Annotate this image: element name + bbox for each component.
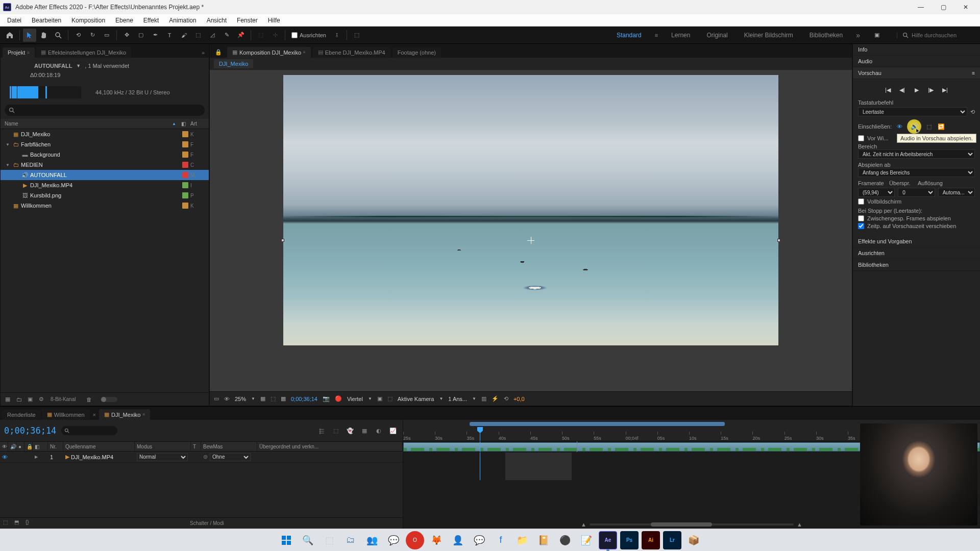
col-parent[interactable]: Übergeordnet und verkn...: [257, 442, 403, 451]
workspace-overflow[interactable]: »: [856, 31, 860, 39]
snap-options-icon[interactable]: ⫱: [330, 29, 344, 42]
layer-tab[interactable]: ▤Ebene DJI_Mexiko.MP4: [313, 47, 390, 58]
project-item[interactable]: ▼🗀MEDIENC: [1, 160, 209, 170]
workspace-standard[interactable]: Standard: [614, 30, 645, 41]
project-item[interactable]: ▬BackgroundF: [1, 149, 209, 160]
menu-animation[interactable]: Animation: [164, 15, 201, 26]
footage-tab[interactable]: Footage (ohne): [393, 47, 441, 58]
current-time[interactable]: 0;00;36;14: [291, 396, 317, 402]
anchor-tool[interactable]: ✥: [120, 29, 133, 42]
col-source[interactable]: Quellenname: [63, 442, 135, 451]
col-solo[interactable]: ●: [16, 442, 24, 451]
taskbar-messenger[interactable]: 💬: [470, 531, 488, 549]
panel-overflow-icon[interactable]: »: [200, 47, 207, 58]
composition-viewer[interactable]: [210, 70, 852, 391]
col-label[interactable]: ◧: [178, 121, 188, 127]
transparency-grid-icon[interactable]: ▩: [281, 395, 286, 402]
comp-timeline-tab[interactable]: ▦DJI_Mexiko≡: [99, 409, 150, 420]
taskbar-teams[interactable]: 👥: [363, 531, 381, 549]
label-swatch[interactable]: [182, 141, 188, 147]
label-swatch[interactable]: [182, 172, 188, 178]
taskbar-facebook[interactable]: f: [492, 531, 510, 549]
new-comp-icon[interactable]: ▣: [26, 395, 34, 404]
render-queue-tab[interactable]: Renderliste: [2, 410, 41, 420]
close-button[interactable]: ✕: [954, 0, 977, 14]
roi-icon[interactable]: ⬚: [271, 395, 276, 402]
menu-window[interactable]: Fenster: [232, 15, 263, 26]
label-swatch[interactable]: [182, 203, 188, 209]
menu-effect[interactable]: Effekt: [138, 15, 164, 26]
shape-tool[interactable]: ▢: [134, 29, 148, 42]
menu-composition[interactable]: Komposition: [66, 15, 110, 26]
include-video-icon[interactable]: 👁: [895, 122, 904, 131]
taskbar-app-4[interactable]: 📦: [684, 531, 703, 549]
help-search[interactable]: [897, 32, 973, 38]
zoom-in-icon[interactable]: ▲: [797, 521, 802, 528]
timeline-timecode[interactable]: 0;00;36;14: [4, 425, 56, 436]
taskbar-notepad[interactable]: 📝: [577, 531, 596, 549]
play-button[interactable]: ▶: [912, 85, 921, 94]
welcome-tab[interactable]: ▦Willkommen: [42, 409, 90, 420]
axis-icon[interactable]: ⊹: [268, 29, 282, 42]
timeline-sync-icon[interactable]: ⟲: [504, 395, 508, 402]
workspace-default[interactable]: Original: [703, 30, 730, 41]
start-button[interactable]: [277, 531, 296, 549]
reset-shortcut-icon[interactable]: ⟲: [970, 109, 975, 115]
menu-edit[interactable]: Bearbeiten: [27, 15, 66, 26]
interpret-footage-icon[interactable]: ▦: [4, 395, 12, 404]
effect-controls-tab[interactable]: ▦Effekteinstellungen DJI_Mexiko: [36, 47, 131, 58]
preview-panel-header[interactable]: Vorschau≡: [853, 67, 980, 79]
project-item[interactable]: 🖼Kursbild.pngP: [1, 190, 209, 201]
zoom-level[interactable]: 25%: [235, 396, 246, 402]
asset-dropdown-icon[interactable]: ▼: [76, 63, 81, 68]
color-depth[interactable]: 8-Bit-Kanal: [51, 396, 76, 402]
workspace-learn[interactable]: Lernen: [668, 30, 693, 41]
minimize-button[interactable]: —: [910, 0, 932, 14]
help-search-input[interactable]: [912, 32, 973, 38]
transform-handle[interactable]: [777, 239, 780, 242]
toggle-in-out-icon[interactable]: {}: [26, 519, 34, 528]
3d-view-icon[interactable]: ⬚: [387, 395, 393, 402]
menu-view[interactable]: Ansicht: [202, 15, 232, 26]
libraries-panel-header[interactable]: Bibliotheken: [853, 259, 980, 271]
orbit-tool[interactable]: ⟲: [71, 29, 85, 42]
playhead[interactable]: [480, 427, 480, 441]
timeline-zoom-slider[interactable]: [590, 523, 794, 525]
layer-name[interactable]: DJI_Mexiko.MP4: [71, 454, 113, 460]
taskbar-taskview[interactable]: ⬚: [320, 531, 338, 549]
label-swatch[interactable]: [182, 182, 188, 188]
taskbar-after-effects[interactable]: Ae: [599, 531, 617, 549]
project-item[interactable]: ▼🗀FarbflächenF: [1, 139, 209, 149]
delete-icon[interactable]: 🗑: [85, 395, 93, 404]
include-audio-icon[interactable]: 🔊 Audio in Vorschau abspielen.: [907, 119, 921, 134]
menu-layer[interactable]: Ebene: [110, 15, 138, 26]
label-swatch[interactable]: [182, 152, 188, 158]
framerate-dropdown[interactable]: (59,94): [858, 188, 895, 197]
comp-breadcrumb[interactable]: DJI_Mexiko: [214, 59, 253, 68]
bounding-box-icon[interactable]: ⬚: [350, 29, 363, 42]
col-audio[interactable]: 🔊: [8, 442, 16, 451]
menu-file[interactable]: Datei: [2, 15, 27, 26]
col-lock[interactable]: 🔒: [24, 442, 33, 451]
taskbar-app-3[interactable]: 📔: [534, 531, 553, 549]
comp-tab[interactable]: ▦Komposition DJI_Mexiko≡: [227, 47, 311, 58]
camera-tool[interactable]: ▭: [100, 29, 113, 42]
pickwhip-icon[interactable]: ⊚: [203, 454, 208, 460]
preview-res-dropdown[interactable]: Automa...: [938, 188, 975, 197]
transform-handle[interactable]: [281, 239, 284, 242]
loop-icon[interactable]: 🔁: [937, 122, 946, 131]
taskbar-files[interactable]: 📁: [513, 531, 531, 549]
home-button[interactable]: [3, 29, 16, 42]
brush-tool[interactable]: 🖌: [177, 29, 190, 42]
anchor-point-icon[interactable]: [527, 237, 534, 244]
move-time-checkbox[interactable]: [858, 223, 864, 229]
blend-mode-dropdown[interactable]: Normal: [137, 453, 188, 461]
next-frame-button[interactable]: |▶: [926, 85, 936, 94]
zoom-tool[interactable]: [52, 29, 65, 42]
taskbar-explorer[interactable]: 🗂: [341, 531, 360, 549]
exposure-value[interactable]: +0,0: [513, 396, 525, 402]
first-frame-button[interactable]: |◀: [884, 85, 893, 94]
snapping-toggle[interactable]: Ausrichten: [288, 32, 329, 38]
project-item[interactable]: ▦WillkommenK: [1, 201, 209, 211]
comp-mini-flowchart-icon[interactable]: ⬱: [316, 425, 327, 436]
